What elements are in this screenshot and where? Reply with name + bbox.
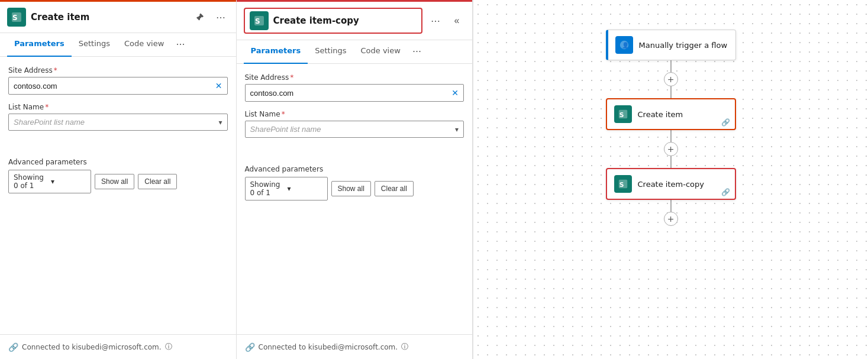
info-icon-2: ⓘ xyxy=(401,342,408,352)
svg-text:👤: 👤 xyxy=(621,41,629,49)
advanced-label-1: Advanced parameters xyxy=(8,158,228,166)
advanced-section-2: Advanced parameters Showing 0 of 1 ▾ Sho… xyxy=(245,165,464,200)
clear-icon-2[interactable]: ✕ xyxy=(451,88,459,98)
list-name-label-1: List Name * xyxy=(8,103,228,111)
panel1-title: Create item xyxy=(31,12,186,22)
site-address-input-wrap-1: ✕ xyxy=(8,77,228,95)
connector-1: + xyxy=(664,60,678,98)
node1-link-icon: 🔗 xyxy=(721,118,730,127)
advanced-controls-1: Showing 0 of 1 ▾ Show all Clear all xyxy=(8,170,228,193)
svg-text:S: S xyxy=(255,17,260,25)
clear-all-btn-1[interactable]: Clear all xyxy=(138,174,177,189)
site-address-group-2: Site Address * ✕ xyxy=(245,73,464,102)
create-item-title: Create item xyxy=(638,110,728,119)
required-star-list-2: * xyxy=(282,110,285,118)
line-2 xyxy=(670,130,672,142)
trigger-node[interactable]: 👤 Manually trigger a flow xyxy=(606,30,736,60)
tab-codeview-1[interactable]: Code view xyxy=(117,33,171,57)
tab-more-2[interactable]: ··· xyxy=(408,40,426,63)
create-copy-title: Create item-copy xyxy=(638,180,728,189)
panel1-tabs: Parameters Settings Code view ··· xyxy=(0,33,236,57)
node2-link-icon: 🔗 xyxy=(721,188,730,196)
site-address-input-1[interactable] xyxy=(14,82,213,90)
more-icon-2: ⋯ xyxy=(431,15,440,27)
site-address-group-1: Site Address * ✕ xyxy=(8,66,228,95)
panel-create-item: S Create item ⋯ Parameters Settings Code… xyxy=(0,0,237,359)
adv-dropdown-1[interactable]: Showing 0 of 1 ▾ xyxy=(8,170,91,193)
chevron-down-icon-2: ▾ xyxy=(455,125,459,134)
connector-3: + xyxy=(664,200,678,226)
svg-text:S: S xyxy=(12,14,18,22)
required-star-1: * xyxy=(54,66,57,75)
plus-btn-3[interactable]: + xyxy=(664,212,678,226)
list-name-select-wrap-1: SharePoint list name ▾ xyxy=(8,114,228,131)
collapse-button[interactable]: « xyxy=(448,12,465,29)
tab-parameters-1[interactable]: Parameters xyxy=(7,33,72,57)
footer-text-1: Connected to kisubedi@microsoft.com. xyxy=(22,343,162,351)
advanced-section-1: Advanced parameters Showing 0 of 1 ▾ Sho… xyxy=(8,158,228,193)
info-icon-1: ⓘ xyxy=(165,342,172,352)
tab-parameters-2[interactable]: Parameters xyxy=(244,40,308,64)
create-item-icon: S xyxy=(614,105,632,123)
more-button-panel2[interactable]: ⋯ xyxy=(427,12,444,29)
panel1-footer: 🔗 Connected to kisubedi@microsoft.com. ⓘ xyxy=(0,334,236,359)
site-address-label-2: Site Address * xyxy=(245,73,464,82)
line-1b xyxy=(670,86,672,98)
panel1-actions: ⋯ xyxy=(191,9,229,25)
panel2-actions: ⋯ « xyxy=(427,12,465,29)
clear-icon-1[interactable]: ✕ xyxy=(215,81,222,90)
line-1 xyxy=(670,60,672,72)
site-address-label-1: Site Address * xyxy=(8,66,228,75)
link-icon-2: 🔗 xyxy=(245,342,255,352)
show-all-btn-1[interactable]: Show all xyxy=(95,174,134,189)
site-address-input-wrap-2: ✕ xyxy=(245,84,464,102)
panel1-header: S Create item ⋯ xyxy=(0,0,236,33)
adv-chevron-1: ▾ xyxy=(51,177,86,186)
site-address-input-2[interactable] xyxy=(250,89,450,98)
flow-canvas: 👤 Manually trigger a flow + S Create ite… xyxy=(473,0,868,359)
plus-btn-2[interactable]: + xyxy=(664,142,678,156)
clear-all-btn-2[interactable]: Clear all xyxy=(375,181,414,196)
create-copy-icon: S xyxy=(614,175,632,193)
create-copy-node[interactable]: S Create item-copy 🔗 xyxy=(606,168,736,200)
list-name-select-2[interactable]: SharePoint list name xyxy=(250,125,453,134)
create-item-node[interactable]: S Create item 🔗 xyxy=(606,98,736,130)
list-name-group-2: List Name * SharePoint list name ▾ xyxy=(245,110,464,138)
advanced-label-2: Advanced parameters xyxy=(245,165,464,173)
adv-showing-1: Showing 0 of 1 xyxy=(14,173,49,190)
panel1-icon: S xyxy=(7,8,26,27)
show-all-btn-2[interactable]: Show all xyxy=(331,181,371,196)
footer-text-2: Connected to kisubedi@microsoft.com. xyxy=(259,343,398,351)
required-star-list-1: * xyxy=(45,103,49,111)
more-icon: ⋯ xyxy=(216,12,225,23)
panel2-header: S Create item-copy ⋯ « xyxy=(237,0,473,40)
panel-create-item-copy: S Create item-copy ⋯ « Parameters Settin… xyxy=(237,0,473,359)
tab-settings-2[interactable]: Settings xyxy=(308,40,353,64)
panel1-body: Site Address * ✕ List Name * SharePoint … xyxy=(0,57,236,334)
adv-showing-2: Showing 0 of 1 xyxy=(250,180,285,197)
line-3 xyxy=(670,200,672,212)
required-star-2: * xyxy=(290,73,293,82)
link-icon-1: 🔗 xyxy=(8,342,18,352)
list-name-group-1: List Name * SharePoint list name ▾ xyxy=(8,103,228,131)
list-name-label-2: List Name * xyxy=(245,110,464,118)
list-name-select-wrap-2: SharePoint list name ▾ xyxy=(245,121,464,138)
panel2-tabs: Parameters Settings Code view ··· xyxy=(237,40,473,64)
more-button-panel1[interactable]: ⋯ xyxy=(212,9,229,25)
pin-button[interactable] xyxy=(191,9,208,25)
tab-codeview-2[interactable]: Code view xyxy=(354,40,408,64)
tab-more-1[interactable]: ··· xyxy=(171,33,189,56)
svg-text:S: S xyxy=(619,181,624,189)
connector-2: + xyxy=(664,130,678,168)
list-name-select-1[interactable]: SharePoint list name xyxy=(14,118,216,127)
plus-btn-1[interactable]: + xyxy=(664,72,678,86)
trigger-node-icon: 👤 xyxy=(615,36,633,54)
advanced-controls-2: Showing 0 of 1 ▾ Show all Clear all xyxy=(245,177,464,200)
tab-settings-1[interactable]: Settings xyxy=(72,33,117,57)
panel2-body: Site Address * ✕ List Name * SharePoint … xyxy=(237,64,473,334)
adv-dropdown-2[interactable]: Showing 0 of 1 ▾ xyxy=(245,177,328,200)
copy-header-box: S Create item-copy xyxy=(244,8,423,34)
panel2-icon: S xyxy=(250,11,269,30)
flow-diagram: 👤 Manually trigger a flow + S Create ite… xyxy=(606,30,736,226)
line-2b xyxy=(670,156,672,168)
